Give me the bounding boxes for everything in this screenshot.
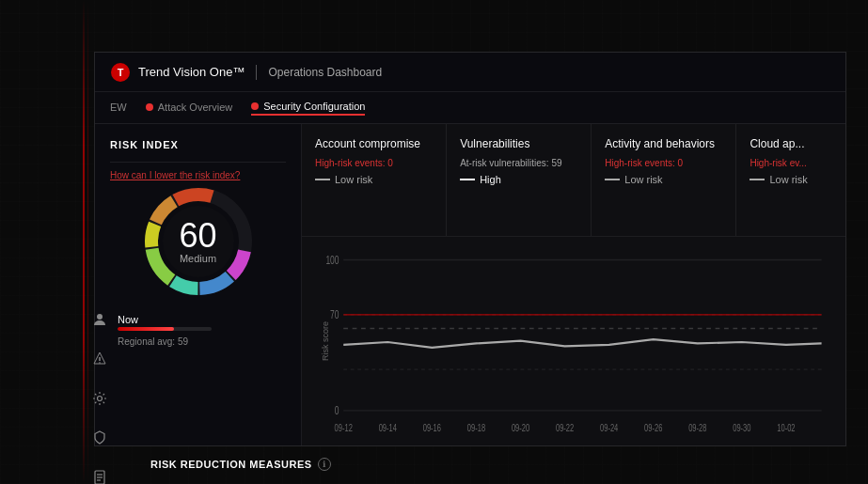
nav-tabs: EW Attack Overview Security Configuratio… [95, 92, 845, 124]
risk-header: RISK INDEX [110, 139, 286, 150]
app-logo: T [110, 62, 131, 83]
header-divider [256, 65, 257, 80]
sidebar-nav [90, 310, 109, 484]
risk-reduction-label: RISK REDUCTION MEASURES [150, 459, 312, 470]
chart-area: Risk score 100 70 0 [302, 237, 845, 445]
card-cloud-risk: Low risk [750, 174, 832, 185]
risk-bar-fill [118, 327, 174, 331]
svg-text:T: T [118, 67, 124, 78]
svg-point-0 [97, 314, 103, 320]
app-title: Trend Vision One™ [138, 65, 245, 79]
svg-text:09-20: 09-20 [512, 421, 530, 433]
svg-text:09-16: 09-16 [423, 421, 442, 433]
card-account-line [315, 179, 330, 180]
chart-y-label: Risk score [321, 321, 330, 361]
risk-donut-chart: 60 Medium [137, 180, 260, 303]
main-panel: T Trend Vision One™ Operations Dashboard… [94, 52, 846, 446]
card-activity-behaviors[interactable]: Activity and behaviors High-risk events:… [592, 124, 736, 236]
risk-time-label: Now [118, 314, 286, 325]
svg-point-3 [98, 397, 103, 401]
risk-cards-row: Account compromise High-risk events: 0 L… [302, 124, 845, 237]
svg-point-2 [99, 362, 101, 364]
risk-question-link[interactable]: How can I lower the risk index? [110, 170, 286, 180]
card-activity-line [605, 179, 620, 180]
sidebar-icon-shield[interactable] [90, 429, 109, 447]
sidebar-icon-settings[interactable] [90, 389, 109, 408]
header-bar: T Trend Vision One™ Operations Dashboard [95, 53, 845, 92]
card-vuln-title: Vulnerabilities [460, 137, 577, 150]
card-cloud-line [750, 179, 765, 180]
bottom-section: RISK REDUCTION MEASURES ℹ [150, 458, 331, 471]
tab-attack-overview[interactable]: Attack Overview [146, 101, 232, 115]
risk-score-value: 60 [179, 219, 216, 253]
risk-header-divider [110, 162, 286, 163]
tab-attack-overview-label: Attack Overview [158, 101, 232, 113]
svg-text:09-26: 09-26 [644, 421, 663, 433]
sidebar-icon-alert[interactable] [90, 350, 109, 368]
card-vuln-risk: High [460, 174, 577, 185]
svg-text:09-24: 09-24 [600, 421, 619, 433]
card-activity-sub: High-risk events: 0 [605, 158, 722, 168]
card-activity-risk: Low risk [605, 174, 722, 185]
card-account-title: Account compromise [315, 137, 433, 150]
risk-progress-bar [118, 327, 212, 331]
risk-index-title: RISK INDEX [110, 139, 179, 150]
sidebar-icon-doc[interactable] [90, 468, 109, 484]
svg-text:100: 100 [325, 253, 339, 266]
risk-meta: Now Regional avg: 59 [110, 314, 286, 347]
tab-ew-label: EW [110, 101, 127, 113]
svg-text:09-28: 09-28 [688, 421, 707, 433]
reduction-info-icon[interactable]: ℹ [318, 458, 331, 471]
svg-text:0: 0 [335, 403, 339, 416]
risk-score-center: 60 Medium [179, 219, 216, 264]
tab-security-config-label: Security Configuration [263, 101, 365, 112]
card-cloud-title: Cloud ap... [750, 137, 832, 150]
svg-text:09-30: 09-30 [733, 421, 751, 433]
risk-regional-avg: Regional avg: 59 [118, 336, 286, 347]
card-vuln-risk-label: High [480, 174, 501, 185]
red-accent-line [83, 0, 85, 484]
svg-text:09-22: 09-22 [556, 421, 574, 433]
sidebar-icon-user[interactable] [90, 310, 109, 329]
card-account-risk: Low risk [315, 174, 433, 185]
card-vuln-line [460, 179, 475, 180]
tab-security-config[interactable]: Security Configuration [251, 101, 365, 116]
risk-level-label: Medium [179, 253, 216, 264]
dashboard-subtitle: Operations Dashboard [268, 66, 382, 79]
card-cloud-risk-label: Low risk [769, 174, 807, 185]
card-account-risk-label: Low risk [335, 174, 372, 185]
tab-ew[interactable]: EW [110, 101, 127, 115]
card-activity-risk-label: Low risk [624, 174, 662, 185]
risk-score-chart: 100 70 0 09-12 09-14 09-16 09-18 09-20 0… [317, 246, 830, 438]
card-cloud-app[interactable]: Cloud ap... High-risk ev... Low risk [736, 124, 845, 236]
risk-index-panel: RISK INDEX How can I lower the risk inde… [95, 124, 302, 445]
svg-text:10-02: 10-02 [777, 421, 795, 433]
card-activity-title: Activity and behaviors [605, 137, 722, 150]
security-config-dot [251, 102, 259, 110]
svg-text:09-12: 09-12 [335, 421, 353, 433]
card-account-sub: High-risk events: 0 [315, 158, 433, 168]
svg-text:70: 70 [330, 307, 339, 320]
card-vuln-sub: At-risk vulnerabilities: 59 [460, 158, 577, 168]
card-account-compromise[interactable]: Account compromise High-risk events: 0 L… [302, 124, 447, 236]
right-content: Account compromise High-risk events: 0 L… [302, 124, 845, 445]
card-vulnerabilities[interactable]: Vulnerabilities At-risk vulnerabilities:… [447, 124, 592, 236]
svg-text:09-14: 09-14 [379, 421, 398, 433]
svg-text:09-18: 09-18 [467, 421, 486, 433]
card-cloud-sub: High-risk ev... [750, 158, 832, 168]
content-area: RISK INDEX How can I lower the risk inde… [95, 124, 845, 445]
red-accent-line-2 [87, 0, 88, 484]
attack-overview-dot [146, 103, 153, 111]
